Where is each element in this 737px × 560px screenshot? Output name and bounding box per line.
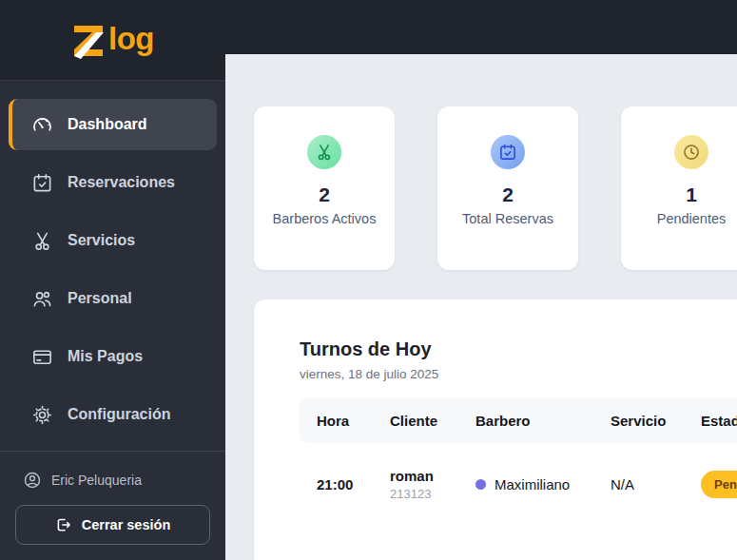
schedule-title: Turnos de Hoy: [300, 338, 737, 360]
status-badge: Pendiente: [701, 471, 737, 498]
sidebar-item-servicios[interactable]: Servicios: [9, 215, 217, 266]
schedule-card: Turnos de Hoy viernes, 18 de julio 2025 …: [254, 299, 737, 560]
logout-icon: [55, 516, 72, 533]
stat-card-total-reservas: 2 Total Reservas: [437, 106, 578, 270]
logo-z-icon: [71, 21, 107, 59]
sidebar-item-personal[interactable]: Personal: [9, 273, 217, 324]
sidebar-item-label: Servicios: [68, 232, 135, 249]
gear-icon: [31, 404, 53, 426]
sidebar-item-configuracion[interactable]: Configuración: [9, 389, 217, 440]
column-header-hora: Hora: [300, 413, 390, 429]
stat-card-barberos-activos: 2 Barberos Activos: [254, 106, 395, 270]
stat-cards: 2 Barberos Activos 2 Total Reservas: [254, 106, 737, 270]
sidebar-item-label: Configuración: [68, 406, 170, 423]
gauge-icon: [31, 114, 53, 136]
column-header-cliente: Cliente: [390, 413, 475, 429]
cell-barbero: Maximiliano: [475, 476, 611, 492]
table-row: 21:00 roman 213123 Maximiliano N/A Pendi…: [300, 443, 737, 525]
sidebar-item-label: Dashboard: [68, 116, 147, 133]
sidebar-footer: Eric Peluqueria Cerrar sesión: [0, 451, 225, 560]
current-user: Eric Peluqueria: [15, 471, 210, 490]
stat-label: Barberos Activos: [267, 209, 381, 229]
stat-value: 2: [319, 183, 330, 206]
sidebar-item-label: Personal: [68, 290, 132, 307]
sidebar-item-dashboard[interactable]: Dashboard: [9, 99, 217, 150]
stat-card-pendientes: 1 Pendientes: [621, 106, 737, 270]
cell-servicio: N/A: [611, 476, 701, 492]
scissors-icon: [307, 135, 341, 169]
barber-name: Maximiliano: [495, 476, 570, 492]
logout-label: Cerrar sesión: [82, 517, 171, 532]
clock-icon: [674, 135, 708, 169]
sidebar-item-label: Mis Pagos: [68, 348, 143, 365]
schedule-date: viernes, 18 de julio 2025: [300, 367, 737, 381]
cell-hora: 21:00: [300, 476, 390, 492]
column-header-servicio: Servicio: [611, 413, 701, 429]
brand-logo: log: [0, 0, 225, 81]
cell-cliente: roman 213123: [390, 468, 475, 501]
main-content: 2 Barberos Activos 2 Total Reservas: [225, 54, 737, 560]
table-header: Hora Cliente Barbero Servicio Estado: [300, 397, 737, 443]
sidebar-nav: Dashboard Reservaciones Servicios: [0, 81, 225, 440]
top-bar: [225, 0, 737, 54]
user-circle-icon: [23, 471, 42, 490]
sidebar: log Dashboard Reservacio: [0, 0, 225, 560]
stat-label: Pendientes: [634, 209, 737, 229]
logout-button[interactable]: Cerrar sesión: [15, 505, 210, 545]
client-id: 213123: [390, 487, 475, 501]
column-header-estado: Estado: [701, 413, 737, 429]
sidebar-item-mis-pagos[interactable]: Mis Pagos: [9, 331, 217, 382]
cell-estado: Pendiente: [701, 471, 737, 498]
sidebar-item-label: Reservaciones: [68, 174, 175, 191]
calendar-check-icon: [491, 135, 525, 169]
people-icon: [31, 288, 53, 310]
barber-color-dot: [475, 479, 486, 490]
scissors-icon: [31, 230, 53, 252]
credit-card-icon: [31, 346, 53, 368]
calendar-check-icon: [31, 172, 53, 194]
client-name: roman: [390, 468, 475, 484]
sidebar-item-reservaciones[interactable]: Reservaciones: [9, 157, 217, 208]
column-header-barbero: Barbero: [475, 413, 611, 429]
stat-label: Total Reservas: [451, 209, 565, 229]
stat-value: 2: [502, 183, 514, 206]
logo-text: log: [108, 21, 154, 57]
user-name: Eric Peluqueria: [51, 473, 142, 488]
stat-value: 1: [686, 183, 697, 206]
